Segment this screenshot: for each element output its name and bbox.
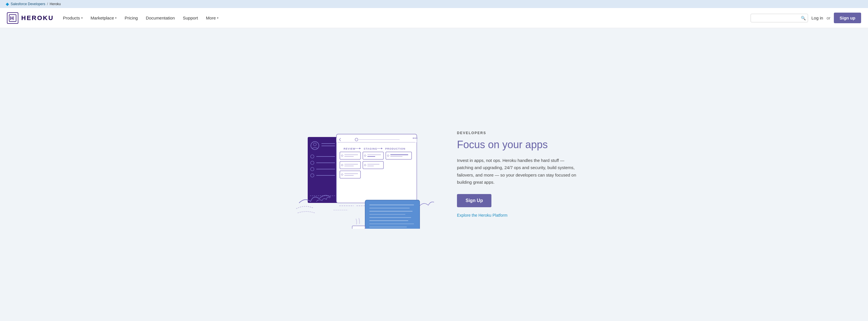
svg-text:STAGING: STAGING (364, 147, 377, 150)
nav-item-marketplace[interactable]: Marketplace ▾ (91, 9, 117, 27)
breadcrumb-salesforce[interactable]: Salesforce Developers (11, 2, 45, 6)
chevron-down-icon: ▾ (217, 16, 218, 20)
svg-rect-51 (386, 152, 412, 159)
main-header: H HEROKU Products ▾ Marketplace ▾ Pricin… (0, 8, 868, 28)
svg-rect-2 (308, 137, 339, 203)
search-button[interactable]: 🔍 (801, 16, 806, 20)
salesforce-logo-icon: ◆ (6, 2, 9, 6)
or-separator: or (827, 15, 830, 20)
hero-illustration: REVIEW STAGING PRODUCTION (290, 120, 434, 229)
nav-item-products[interactable]: Products ▾ (63, 9, 82, 27)
signup-button-header[interactable]: Sign up (834, 12, 861, 23)
breadcrumb-bar: ◆ Salesforce Developers / Heroku (0, 0, 868, 8)
nav-item-pricing[interactable]: Pricing (125, 9, 138, 27)
login-link[interactable]: Log in (811, 15, 823, 20)
hero-section: REVIEW STAGING PRODUCTION (0, 28, 868, 320)
svg-text:H: H (10, 15, 14, 21)
svg-rect-65 (352, 226, 365, 229)
svg-rect-18 (336, 138, 417, 142)
logo-link[interactable]: H HEROKU (7, 12, 54, 24)
explore-platform-link[interactable]: Explore the Heroku Platform (457, 213, 578, 218)
heroku-logo-icon: H (9, 14, 17, 22)
nav-right: 🔍 Log in or Sign up (751, 12, 861, 23)
search-input[interactable] (751, 14, 808, 22)
nav-item-more[interactable]: More ▾ (206, 9, 218, 27)
hero-content: DEVELOPERS Focus on your apps Invest in … (457, 131, 578, 217)
breadcrumb-separator: / (47, 2, 48, 6)
svg-point-21 (413, 138, 414, 139)
svg-point-23 (416, 138, 417, 139)
chevron-down-icon: ▾ (115, 16, 117, 20)
logo-box: H (7, 12, 19, 24)
hero-illustration-svg: REVIEW STAGING PRODUCTION (290, 120, 434, 229)
logo-text: HEROKU (21, 14, 54, 22)
hero-description: Invest in apps, not ops. Heroku handles … (457, 157, 578, 186)
svg-point-22 (414, 138, 415, 139)
svg-text:REVIEW: REVIEW (344, 147, 355, 150)
hero-signup-button[interactable]: Sign Up (457, 194, 491, 207)
nav-item-support[interactable]: Support (183, 9, 198, 27)
nav-item-documentation[interactable]: Documentation (146, 9, 175, 27)
breadcrumb-current: Heroku (50, 2, 61, 6)
hero-category: DEVELOPERS (457, 131, 578, 135)
search-box: 🔍 (751, 14, 808, 22)
main-nav: Products ▾ Marketplace ▾ Pricing Documen… (63, 9, 741, 27)
chevron-down-icon: ▾ (81, 16, 83, 20)
hero-title: Focus on your apps (457, 138, 578, 151)
svg-text:PRODUCTION: PRODUCTION (385, 147, 406, 150)
